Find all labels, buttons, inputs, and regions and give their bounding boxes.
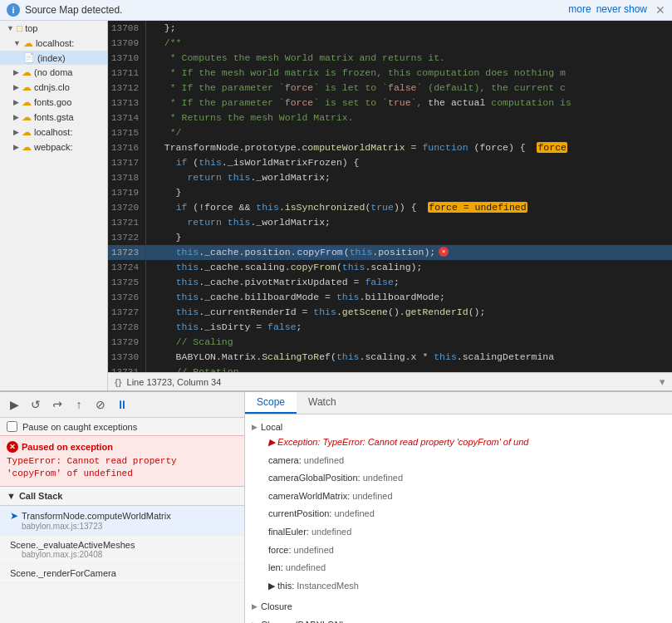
status-bar: {} Line 13723, Column 34 ▾ <box>108 372 672 390</box>
table-row: 13713 * If the parameter `force` is set … <box>108 96 672 110</box>
arrow-icon: ▶ <box>13 68 19 76</box>
line-number: 13714 <box>108 110 146 125</box>
code-cell: this._isDirty = false; <box>146 320 672 335</box>
scope-closure-header[interactable]: ▶ Closure <box>252 600 665 613</box>
code-cell: */ <box>146 125 672 140</box>
deactivate-breakpoints-button[interactable]: ⊘ <box>91 395 110 414</box>
sidebar-item-localhost2[interactable]: ▶ ☁ localhost: <box>0 125 107 140</box>
sidebar-item-localhost[interactable]: ▼ ☁ localhost: <box>0 36 107 51</box>
arrow-icon: ▶ <box>13 83 19 91</box>
bottom-panel: ▶ ↺ ↩ ↑ ⊘ ⏸ Pause on caught exceptions ✕… <box>0 390 672 623</box>
arrow-icon: ▼ <box>13 39 21 47</box>
code-view[interactable]: 13708 }; 13709 /** 13710 * Computes the … <box>108 21 672 372</box>
code-cell: } <box>146 230 672 245</box>
call-stack-item[interactable]: Scene._renderForCamera <box>0 564 244 583</box>
cloud-icon: ☁ <box>22 66 32 78</box>
close-icon[interactable]: ✕ <box>655 3 665 17</box>
paused-title-text: Paused on exception <box>22 442 113 452</box>
pause-button[interactable]: ⏸ <box>113 395 131 414</box>
line-number: 13713 <box>108 96 146 110</box>
sidebar-item-index[interactable]: 📄 (index) <box>0 51 107 65</box>
table-row: 13716 TransformNode.prototype.computeWor… <box>108 140 672 155</box>
call-stack-item[interactable]: Scene._evaluateActiveMeshes babylon.max.… <box>0 536 244 564</box>
error-icon: ✕ <box>7 441 18 453</box>
step-out-button[interactable]: ↑ <box>70 395 88 414</box>
info-message: Source Map detected. <box>25 4 563 16</box>
line-number: 13730 <box>108 350 146 365</box>
scope-local-header[interactable]: ▶ Local <box>252 420 665 434</box>
scope-key: len: <box>268 562 286 572</box>
scope-value: undefined <box>311 527 351 537</box>
scope-closure-babylon-label: Closure (BABYLON) <box>261 620 344 623</box>
scope-tabs: Scope Watch <box>245 392 672 415</box>
pause-exception-checkbox[interactable] <box>7 421 17 432</box>
table-row: 13722 } <box>108 230 672 245</box>
scope-value: undefined <box>352 491 392 501</box>
sidebar-item-top[interactable]: ▼ □ top <box>0 21 107 36</box>
line-number: 13727 <box>108 305 146 320</box>
scope-key: finalEuler: <box>268 527 311 537</box>
dropdown-icon[interactable]: ▾ <box>660 375 665 388</box>
arrow-icon: ▶ <box>13 143 19 151</box>
scope-key: force: <box>268 545 294 555</box>
scope-closure-babylon-header[interactable]: ▶ Closure (BABYLON) <box>252 618 665 623</box>
table-row: 13719 } <box>108 185 672 200</box>
line-number: 13726 <box>108 290 146 305</box>
function-name: Scene._renderForCamera <box>10 568 116 578</box>
never-show-link[interactable]: never show <box>596 3 647 17</box>
scope-item-len: len: undefined <box>252 559 665 577</box>
sidebar-item-webpack[interactable]: ▶ ☁ webpack: <box>0 140 107 155</box>
line-number: 13709 <box>108 36 146 51</box>
scope-value: undefined <box>304 455 344 465</box>
line-number: 13724 <box>108 260 146 275</box>
code-cell: * If the mesh world matrix is frozen, th… <box>146 66 672 81</box>
scope-item-camera-world-matrix: cameraWorldMatrix: undefined <box>252 488 665 506</box>
call-stack-item[interactable]: ➤ TransformNode.computeWorldMatrix babyl… <box>0 506 244 536</box>
tab-scope[interactable]: Scope <box>245 392 297 414</box>
tab-watch[interactable]: Watch <box>297 392 348 414</box>
line-number: 13729 <box>108 335 146 350</box>
code-cell: TransformNode.prototype.computeWorldMatr… <box>146 140 672 155</box>
code-cell: /** <box>146 36 672 51</box>
file-icon: 📄 <box>23 52 35 63</box>
call-stack-file: babylon.max.js:20408 <box>22 550 234 559</box>
code-cell: this._cache.billboardMode = this.billboa… <box>146 290 672 305</box>
braces-icon: {} <box>115 377 122 387</box>
more-link[interactable]: more <box>568 3 591 17</box>
scope-section-local: ▶ Local ▶ Exception: TypeError: Cannot r… <box>245 418 672 597</box>
table-row: 13718 return this._worldMatrix; <box>108 170 672 185</box>
call-stack-function-name: Scene._renderForCamera <box>10 568 234 578</box>
resume-button[interactable]: ▶ <box>5 395 23 414</box>
table-row: 13730 BABYLON.Matrix.ScalingToRef(this.s… <box>108 350 672 365</box>
table-row: 13729 // Scaling <box>108 335 672 350</box>
chevron-down-icon: ▼ <box>7 491 16 501</box>
function-name: TransformNode.computeWorldMatrix <box>22 511 171 521</box>
table-row: 13728 this._isDirty = false; <box>108 320 672 335</box>
arrow-icon: ▼ <box>7 24 14 32</box>
sidebar-item-fonts[interactable]: ▶ ☁ fonts.goo <box>0 95 107 110</box>
sidebar-item-label: fonts.goo <box>34 97 71 107</box>
sidebar-item-label: webpack: <box>34 142 72 152</box>
source-map-info-bar: i Source Map detected. more never show ✕ <box>0 0 672 21</box>
table-row: 13710 * Computes the mesh World matrix a… <box>108 51 672 66</box>
main-container: ▼ □ top ▼ ☁ localhost: 📄 (index) ▶ ☁ (no… <box>0 21 672 390</box>
sidebar-item-fontsgsta[interactable]: ▶ ☁ fonts.gsta <box>0 110 107 125</box>
sidebar-item-cdnjs[interactable]: ▶ ☁ cdnjs.clo <box>0 80 107 95</box>
table-row: 13725 this._cache.pivotMatrixUpdated = f… <box>108 275 672 290</box>
sidebar-item-nodoma[interactable]: ▶ ☁ (no doma <box>0 65 107 80</box>
code-cell: } <box>146 185 672 200</box>
pause-exception-row: Pause on caught exceptions <box>0 418 244 435</box>
scope-key: currentPosition: <box>268 508 334 518</box>
table-row: 13712 * If the parameter `force` is let … <box>108 81 672 96</box>
call-stack-header[interactable]: ▼ Call Stack <box>0 487 244 506</box>
step-over-button[interactable]: ↺ <box>27 395 45 414</box>
scope-panel: Scope Watch ▶ Local ▶ Exception: TypeErr… <box>245 392 672 623</box>
code-cell: this._cache.position.copyFrom(this.posit… <box>146 245 672 260</box>
cloud-icon: ☁ <box>22 81 32 93</box>
table-row: 13721 return this._worldMatrix; <box>108 215 672 230</box>
cloud-icon: ☁ <box>22 126 32 138</box>
arrow-icon: ▶ <box>13 128 19 136</box>
step-into-button[interactable]: ↩ <box>48 395 66 414</box>
scope-section-closure: ▶ Closure <box>245 597 672 616</box>
scope-key: cameraGlobalPosition: <box>268 473 363 483</box>
